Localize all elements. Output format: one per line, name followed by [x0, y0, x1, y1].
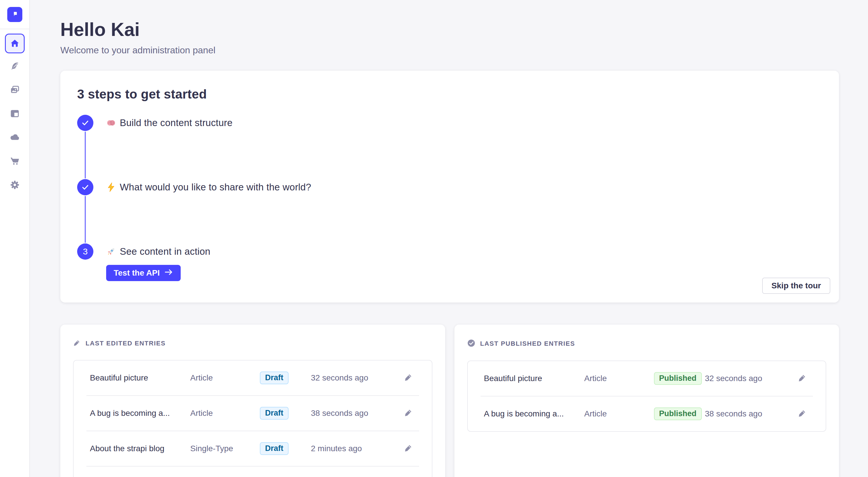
layout-panels-icon	[9, 108, 20, 120]
pencil-icon	[404, 444, 413, 453]
rocket-emoji	[106, 247, 116, 257]
status-badge: Draft	[260, 442, 288, 455]
home-icon	[9, 37, 21, 50]
step-3-label[interactable]: See content in action	[106, 243, 210, 260]
edit-entry-button[interactable]	[796, 407, 809, 420]
sidebar	[0, 0, 30, 477]
pencil-icon	[798, 374, 807, 383]
edit-entry-button[interactable]	[402, 371, 415, 384]
entry-time: 32 seconds ago	[311, 373, 398, 382]
table-row: Beautiful picture Article Draft 32 secon…	[74, 361, 432, 395]
entry-kind: Article	[584, 374, 654, 383]
strapi-logo[interactable]	[7, 7, 22, 22]
entry-title: A bug is becoming a...	[90, 409, 190, 418]
entry-title: About the strapi blog	[90, 444, 190, 453]
check-circle-icon	[467, 339, 475, 348]
widgets-row: LAST EDITED ENTRIES Beautiful picture Ar…	[60, 325, 839, 477]
onboarding-step-1: Build the content structure	[77, 115, 822, 179]
sidebar-item-home[interactable]	[5, 34, 25, 53]
logo-section	[0, 0, 29, 29]
onboarding-step-3: 3 Se	[77, 243, 822, 281]
sidebar-item-media-library[interactable]	[0, 78, 29, 102]
test-api-button[interactable]: Test the API	[106, 265, 181, 281]
onboarding-card: 3 steps to get started	[60, 71, 839, 303]
entry-time: 38 seconds ago	[311, 409, 398, 418]
cloud-icon	[9, 132, 21, 144]
shopping-cart-icon	[9, 155, 21, 168]
pencil-icon	[404, 373, 413, 382]
status-badge: Draft	[260, 407, 288, 420]
entry-title: A bug is becoming a...	[484, 409, 584, 418]
entry-kind: Article	[584, 409, 654, 418]
table-row	[74, 467, 432, 477]
entry-time: 32 seconds ago	[705, 374, 792, 383]
edit-entry-button[interactable]	[796, 372, 809, 385]
skip-tour-button[interactable]: Skip the tour	[762, 278, 830, 294]
last-published-title: LAST PUBLISHED ENTRIES	[480, 340, 575, 347]
brain-emoji	[106, 118, 116, 128]
onboarding-title: 3 steps to get started	[77, 87, 822, 101]
arrow-right-icon	[164, 268, 173, 278]
step-2-label[interactable]: What would you like to share with the wo…	[106, 179, 311, 195]
last-published-table: Beautiful picture Article Published 32 s…	[467, 361, 827, 432]
last-edited-table: Beautiful picture Article Draft 32 secon…	[73, 360, 432, 477]
last-published-header: LAST PUBLISHED ENTRIES	[467, 339, 827, 348]
step-3-number: 3	[77, 243, 93, 260]
status-badge: Draft	[260, 372, 288, 384]
entry-kind: Single-Type	[190, 444, 260, 453]
edit-entry-button[interactable]	[402, 442, 415, 455]
last-edited-header: LAST EDITED ENTRIES	[73, 339, 432, 348]
status-badge: Published	[654, 372, 702, 385]
sidebar-item-marketplace[interactable]	[0, 149, 29, 173]
step-connector	[85, 132, 86, 178]
last-published-widget: LAST PUBLISHED ENTRIES Beautiful picture…	[455, 325, 839, 477]
page-subtitle: Welcome to your administration panel	[60, 45, 839, 56]
pencil-icon	[73, 339, 81, 348]
onboarding-step-2: What would you like to share with the wo…	[77, 179, 822, 243]
last-edited-title: LAST EDITED ENTRIES	[86, 340, 165, 347]
step-1-text: Build the content structure	[120, 117, 232, 128]
media-pictures-icon	[9, 84, 20, 96]
pencil-icon	[404, 408, 413, 418]
sidebar-item-content-manager[interactable]	[0, 55, 29, 78]
step-2-text: What would you like to share with the wo…	[120, 182, 311, 193]
step-3-rail: 3	[77, 243, 93, 281]
table-row: A bug is becoming a... Article Published…	[468, 397, 826, 431]
sidebar-item-content-type-builder[interactable]	[0, 102, 29, 126]
step-1-label[interactable]: Build the content structure	[106, 115, 232, 131]
page-title: Hello Kai	[60, 19, 839, 41]
pencil-icon	[798, 409, 807, 418]
sidebar-item-cloud[interactable]	[0, 126, 29, 149]
table-row: Beautiful picture Article Published 32 s…	[468, 361, 826, 396]
step-2-check-icon	[77, 179, 93, 195]
step-1-rail	[77, 115, 93, 179]
step-connector	[85, 196, 86, 243]
feather-pen-icon	[9, 61, 20, 72]
step-3-text: See content in action	[120, 246, 210, 257]
status-badge: Published	[654, 407, 702, 420]
table-row: A bug is becoming a... Article Draft 38 …	[74, 396, 432, 431]
table-row: About the strapi blog Single-Type Draft …	[74, 431, 432, 466]
edit-entry-button[interactable]	[402, 407, 415, 420]
strapi-logo-icon	[10, 9, 20, 20]
entry-time: 38 seconds ago	[705, 409, 792, 418]
entry-title: Beautiful picture	[90, 373, 190, 382]
step-2-rail	[77, 179, 93, 243]
entry-kind: Article	[190, 373, 260, 382]
main-content: Hello Kai Welcome to your administration…	[30, 0, 868, 477]
gear-icon	[9, 179, 21, 192]
entry-kind: Article	[190, 409, 260, 418]
entry-time: 2 minutes ago	[311, 444, 398, 453]
sidebar-nav	[0, 29, 29, 197]
last-edited-widget: LAST EDITED ENTRIES Beautiful picture Ar…	[60, 325, 445, 477]
test-api-label: Test the API	[114, 268, 160, 278]
entry-title: Beautiful picture	[484, 374, 584, 383]
step-1-check-icon	[77, 115, 93, 131]
lightning-emoji	[106, 182, 116, 192]
sidebar-item-settings[interactable]	[0, 173, 29, 197]
